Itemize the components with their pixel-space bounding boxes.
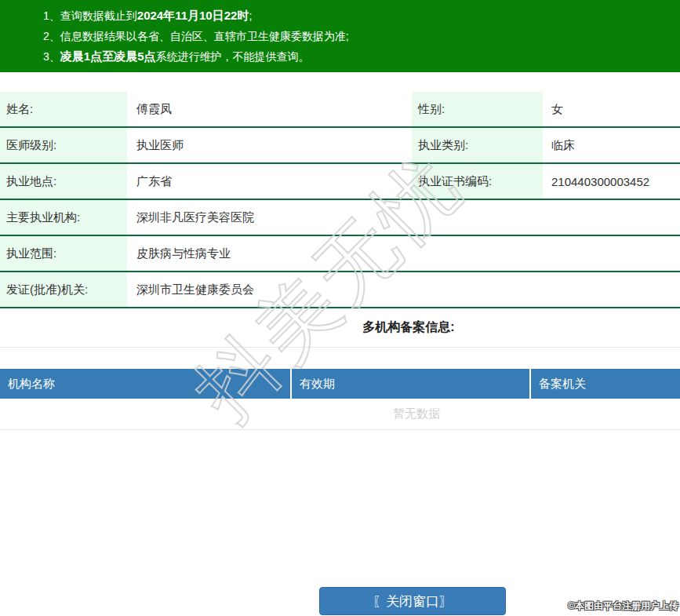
- field-label-practice-category: 执业类别:: [412, 128, 543, 162]
- notice-line-1: 1、查询数据截止到2024年11月10日22时;: [0, 5, 680, 26]
- multi-org-section: 多机构备案信息:: [0, 308, 680, 348]
- org-table-header-validity: 有效期: [292, 369, 531, 399]
- org-table-header-institution: 机构名称: [0, 369, 292, 399]
- table-row: 执业范围: 皮肤病与性病专业: [0, 236, 680, 272]
- field-label-practice-location: 执业地点:: [0, 164, 127, 199]
- field-label-issuing-authority: 发证(批准)机关:: [0, 272, 127, 307]
- notice-line-2: 2、信息数据结果以各省、自治区、直辖市卫生健康委数据为准;: [0, 26, 680, 46]
- field-label-gender: 性别:: [412, 92, 543, 126]
- table-row: 姓名: 傅霞凤 性别: 女: [0, 92, 680, 128]
- section-title: 多机构备案信息:: [0, 319, 680, 336]
- field-value-doctor-level: 执业医师: [127, 128, 412, 162]
- notice-text: 查询数据截止到: [60, 9, 137, 22]
- field-value-name: 傅霞凤: [127, 92, 412, 126]
- notice-text-bold: 凌晨1点至凌晨5点: [60, 49, 156, 63]
- notice-banner: 1、查询数据截止到2024年11月10日22时; 2、信息数据结果以各省、自治区…: [0, 0, 680, 72]
- notice-number: 3、: [43, 50, 60, 63]
- field-value-practice-scope: 皮肤病与性病专业: [127, 236, 680, 271]
- field-value-gender: 女: [543, 92, 680, 126]
- practitioner-info-table: 姓名: 傅霞凤 性别: 女 医师级别: 执业医师 执业类别: 临床 执业地点: …: [0, 92, 680, 308]
- table-row: 发证(批准)机关: 深圳市卫生健康委员会: [0, 272, 680, 308]
- table-row: 执业地点: 广东省 执业证书编码: 210440300003452: [0, 164, 680, 200]
- notice-text: 系统进行维护，不能提供查询。: [155, 50, 309, 63]
- org-table-empty-row: 暂无数据: [0, 399, 680, 430]
- notice-text-bold: 2024年11月10日22时: [137, 9, 249, 22]
- close-window-button[interactable]: 〖关闭窗口〗: [319, 587, 506, 615]
- field-value-practice-category: 临床: [543, 128, 680, 162]
- notice-number: 1、: [43, 9, 60, 22]
- notice-line-3: 3、凌晨1点至凌晨5点系统进行维护，不能提供查询。: [0, 46, 680, 67]
- field-value-certificate-no: 210440300003452: [543, 164, 680, 199]
- field-label-certificate-no: 执业证书编码:: [412, 164, 543, 199]
- copyright-watermark-text: ©本图由平台注册用户上传: [568, 600, 678, 613]
- field-value-issuing-authority: 深圳市卫生健康委员会: [127, 272, 680, 307]
- notice-number: 2、: [43, 30, 60, 42]
- field-label-name: 姓名:: [0, 92, 127, 126]
- field-value-main-institution: 深圳非凡医疗美容医院: [127, 200, 680, 235]
- field-label-doctor-level: 医师级别:: [0, 128, 127, 162]
- notice-text: 信息数据结果以各省、自治区、直辖市卫生健康委数据为准;: [60, 30, 349, 42]
- table-row: 主要执业机构: 深圳非凡医疗美容医院: [0, 200, 680, 236]
- table-row: 医师级别: 执业医师 执业类别: 临床: [0, 128, 680, 164]
- field-value-practice-location: 广东省: [127, 164, 412, 199]
- empty-data-text: 暂无数据: [0, 406, 680, 421]
- notice-text: ;: [249, 9, 252, 22]
- field-label-main-institution: 主要执业机构:: [0, 200, 127, 235]
- org-table-header: 机构名称 有效期 备案机关: [0, 369, 680, 399]
- query-result-page: 1、查询数据截止到2024年11月10日22时; 2、信息数据结果以各省、自治区…: [0, 0, 680, 616]
- field-label-practice-scope: 执业范围:: [0, 236, 127, 271]
- org-table-header-filing-authority: 备案机关: [531, 369, 680, 399]
